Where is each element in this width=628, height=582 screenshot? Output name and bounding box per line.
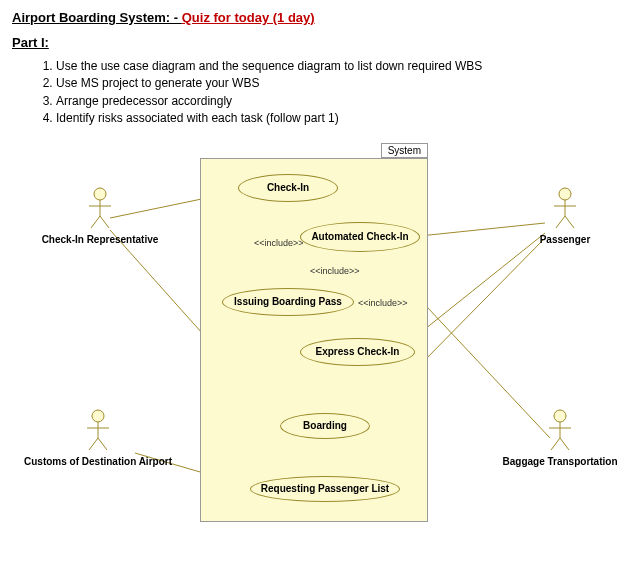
usecase-label: Express Check-In: [316, 346, 400, 357]
use-case-diagram: System Check-In Representative Passenger: [0, 138, 628, 528]
usecase-label: Boarding: [303, 420, 347, 431]
usecase-express-check-in: Express Check-In: [300, 338, 415, 366]
actor-baggage: Baggage Transportation: [495, 408, 625, 467]
usecase-label: Check-In: [267, 182, 309, 193]
actor-icon: [545, 408, 575, 452]
title-main: Airport Boarding System: -: [12, 10, 182, 25]
actor-label: Check-In Representative: [42, 234, 159, 245]
usecase-label: Requesting Passenger List: [261, 483, 389, 494]
actor-icon: [83, 408, 113, 452]
svg-point-10: [94, 188, 106, 200]
part-label: Part I:: [0, 31, 628, 58]
usecase-automated-check-in: Automated Check-In: [300, 222, 420, 252]
system-label: System: [381, 143, 428, 158]
svg-point-25: [554, 410, 566, 422]
include-label: <<include>>: [310, 266, 360, 276]
usecase-label: Issuing Boarding Pass: [234, 296, 342, 307]
title-quiz: Quiz for today (1 day): [182, 10, 315, 25]
actor-icon: [550, 186, 580, 230]
svg-line-14: [100, 216, 109, 228]
svg-line-18: [556, 216, 565, 228]
instruction-item: Use the use case diagram and the sequenc…: [56, 58, 616, 75]
actor-label: Passenger: [540, 234, 591, 245]
actor-passenger: Passenger: [520, 186, 610, 245]
actor-checkin-rep: Check-In Representative: [30, 186, 170, 245]
usecase-boarding: Boarding: [280, 413, 370, 439]
svg-line-28: [551, 438, 560, 450]
svg-point-15: [559, 188, 571, 200]
instruction-item: Identify risks associated with each task…: [56, 110, 616, 127]
actor-label: Baggage Transportation: [502, 456, 617, 467]
usecase-requesting-passenger-list: Requesting Passenger List: [250, 476, 400, 502]
svg-line-24: [98, 438, 107, 450]
page-heading: Airport Boarding System: - Quiz for toda…: [0, 0, 628, 31]
svg-line-13: [91, 216, 100, 228]
svg-line-19: [565, 216, 574, 228]
include-label: <<include>>: [254, 238, 304, 248]
instruction-item: Use MS project to generate your WBS: [56, 75, 616, 92]
include-label: <<include>>: [358, 298, 408, 308]
actor-icon: [85, 186, 115, 230]
svg-point-20: [92, 410, 104, 422]
svg-line-29: [560, 438, 569, 450]
system-boundary: System: [200, 158, 428, 522]
usecase-check-in: Check-In: [238, 174, 338, 202]
svg-line-23: [89, 438, 98, 450]
usecase-label: Automated Check-In: [311, 231, 408, 242]
actor-label: Customs of Destination Airport: [24, 456, 172, 467]
usecase-issuing-boarding-pass: Issuing Boarding Pass: [222, 288, 354, 316]
instructions: Use the use case diagram and the sequenc…: [0, 58, 628, 138]
instruction-item: Arrange predecessor accordingly: [56, 93, 616, 110]
actor-customs: Customs of Destination Airport: [18, 408, 178, 467]
